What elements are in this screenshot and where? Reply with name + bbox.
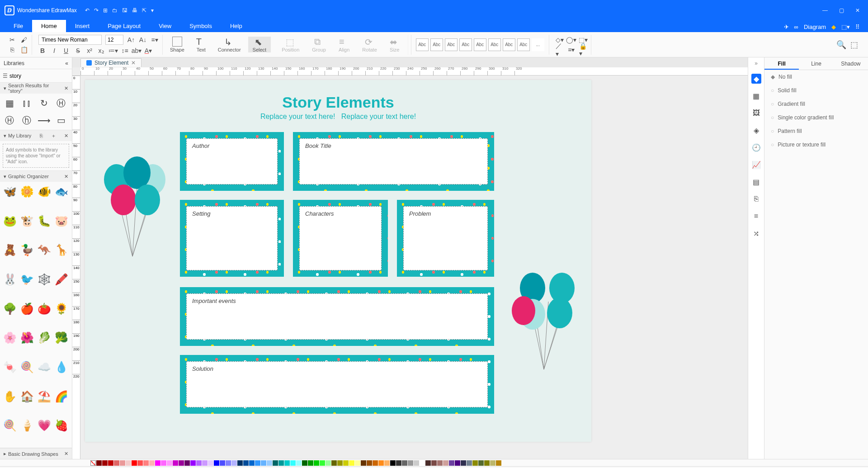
- color-swatch[interactable]: [114, 460, 119, 466]
- undo-icon[interactable]: ↶: [85, 7, 90, 14]
- color-swatch[interactable]: [361, 460, 366, 466]
- format-painter-icon[interactable]: 🖌: [20, 36, 28, 44]
- color-swatch[interactable]: [132, 460, 137, 466]
- premium-icon[interactable]: ◆: [831, 24, 836, 30]
- color-swatch[interactable]: [155, 460, 160, 466]
- shape-circle-h2-icon[interactable]: Ⓗ: [3, 113, 16, 127]
- fill-gradient[interactable]: Gradient fill: [764, 97, 868, 111]
- library-symbol[interactable]: 🐦: [19, 271, 35, 288]
- library-symbol[interactable]: 🐷: [53, 213, 70, 229]
- shape-effects-icon[interactable]: ◯▾: [567, 36, 576, 44]
- rail-align-icon[interactable]: ≡: [751, 211, 761, 221]
- color-swatch[interactable]: [478, 460, 484, 466]
- library-symbol[interactable]: 🐛: [36, 213, 52, 229]
- color-swatch[interactable]: [373, 460, 378, 466]
- font-color-icon[interactable]: A▾: [144, 47, 152, 55]
- library-symbol[interactable]: 🌸: [2, 330, 18, 346]
- library-symbol[interactable]: 🧸: [2, 242, 18, 258]
- rail-random-icon[interactable]: ⤮: [751, 228, 761, 238]
- go-close-icon[interactable]: ✕: [64, 174, 68, 180]
- color-swatch[interactable]: [425, 460, 431, 466]
- mylib-import-icon[interactable]: ⎘: [40, 133, 43, 138]
- rail-history-icon[interactable]: 🕘: [751, 142, 761, 152]
- library-symbol[interactable]: 🦆: [19, 242, 35, 258]
- connector-button[interactable]: ↳Connector: [213, 37, 245, 52]
- shape-button[interactable]: Shape: [165, 37, 189, 52]
- library-symbol[interactable]: 💧: [53, 359, 70, 375]
- line-weight-icon[interactable]: ≡▾: [567, 46, 576, 54]
- library-symbol[interactable]: 🌳: [2, 301, 18, 317]
- balloons-left[interactable]: [94, 148, 171, 261]
- color-swatch[interactable]: [367, 460, 372, 466]
- select-button[interactable]: ⬉Select: [248, 37, 271, 52]
- color-swatch[interactable]: [449, 460, 454, 466]
- color-swatch[interactable]: [278, 460, 284, 466]
- color-swatch[interactable]: [214, 460, 219, 466]
- problem-box[interactable]: Problem: [397, 200, 494, 277]
- rail-layers-icon[interactable]: ◈: [751, 125, 761, 135]
- color-swatch[interactable]: [496, 460, 501, 466]
- select-area-icon[interactable]: ⬚: [850, 41, 858, 49]
- tab-file[interactable]: File: [5, 20, 32, 32]
- color-swatch[interactable]: [96, 460, 102, 466]
- color-swatch[interactable]: [355, 460, 360, 466]
- prop-tab-line[interactable]: Line: [799, 57, 833, 70]
- italic-icon[interactable]: I: [50, 47, 58, 55]
- diagram-label[interactable]: Diagram: [804, 24, 826, 30]
- color-swatch[interactable]: [461, 460, 466, 466]
- export-icon[interactable]: ⇱: [142, 7, 146, 14]
- balloons-right[interactable]: [505, 261, 582, 374]
- library-symbol[interactable]: ⛱️: [36, 388, 52, 405]
- nocolor-swatch-icon[interactable]: [90, 460, 96, 466]
- decrease-font-icon[interactable]: A↓: [139, 36, 147, 44]
- library-symbol[interactable]: 🌻: [53, 301, 70, 317]
- library-symbol[interactable]: 🍦: [19, 417, 35, 434]
- copy-icon[interactable]: ⎘: [8, 46, 16, 54]
- color-swatch[interactable]: [378, 460, 384, 466]
- mylib-close-icon[interactable]: ✕: [64, 133, 68, 139]
- color-swatch[interactable]: [179, 460, 184, 466]
- linespacing-icon[interactable]: ↕≡: [121, 47, 129, 55]
- color-swatch[interactable]: [408, 460, 413, 466]
- color-swatch[interactable]: [384, 460, 390, 466]
- rail-export-icon[interactable]: ⎘: [751, 194, 761, 204]
- prop-tab-fill[interactable]: Fill: [764, 57, 799, 70]
- save-icon[interactable]: 🖫: [122, 7, 127, 14]
- collapse-panel-icon[interactable]: «: [65, 60, 68, 66]
- close-icon[interactable]: ✕: [855, 7, 860, 14]
- share-icon[interactable]: ∞: [794, 24, 798, 30]
- lock-icon[interactable]: 🔒▾: [579, 46, 587, 54]
- prop-tab-shadow[interactable]: Shadow: [834, 57, 868, 70]
- library-symbol[interactable]: 🍓: [53, 417, 70, 434]
- color-swatch[interactable]: [467, 460, 472, 466]
- color-swatch[interactable]: [137, 460, 143, 466]
- color-swatch[interactable]: [490, 460, 495, 466]
- line-style-icon[interactable]: ／▾: [556, 46, 564, 54]
- fill-nofill[interactable]: No fill: [764, 70, 868, 84]
- canvas[interactable]: Story Elements Replace your text here! R…: [80, 76, 748, 459]
- color-swatch[interactable]: [484, 460, 490, 466]
- color-swatch[interactable]: [396, 460, 401, 466]
- crop-icon[interactable]: ⬚▾: [841, 24, 850, 30]
- shape-circle-h-icon[interactable]: Ⓗ: [54, 96, 68, 110]
- color-swatch[interactable]: [331, 460, 337, 466]
- color-swatch[interactable]: [249, 460, 255, 466]
- library-symbol[interactable]: 🦋: [2, 184, 18, 200]
- color-swatch[interactable]: [126, 460, 131, 466]
- library-symbol[interactable]: 🐰: [2, 271, 18, 288]
- color-swatch[interactable]: [290, 460, 296, 466]
- align-icon[interactable]: ≡▾: [151, 36, 159, 44]
- library-symbol[interactable]: 🍭: [2, 417, 18, 434]
- library-symbol[interactable]: 🐮: [19, 213, 35, 229]
- apps-icon[interactable]: ⠿: [855, 24, 860, 30]
- color-swatch[interactable]: [196, 460, 202, 466]
- superscript-icon[interactable]: x²: [85, 47, 94, 55]
- subscript-icon[interactable]: x₂: [97, 47, 105, 55]
- customize-qat-icon[interactable]: ▾: [151, 7, 154, 14]
- bold-icon[interactable]: B: [38, 47, 47, 55]
- color-swatch[interactable]: [455, 460, 460, 466]
- color-swatch[interactable]: [402, 460, 407, 466]
- color-swatch[interactable]: [255, 460, 260, 466]
- maximize-icon[interactable]: ▢: [839, 7, 844, 14]
- page-subtitle[interactable]: Replace your text here! Replace your tex…: [85, 113, 591, 121]
